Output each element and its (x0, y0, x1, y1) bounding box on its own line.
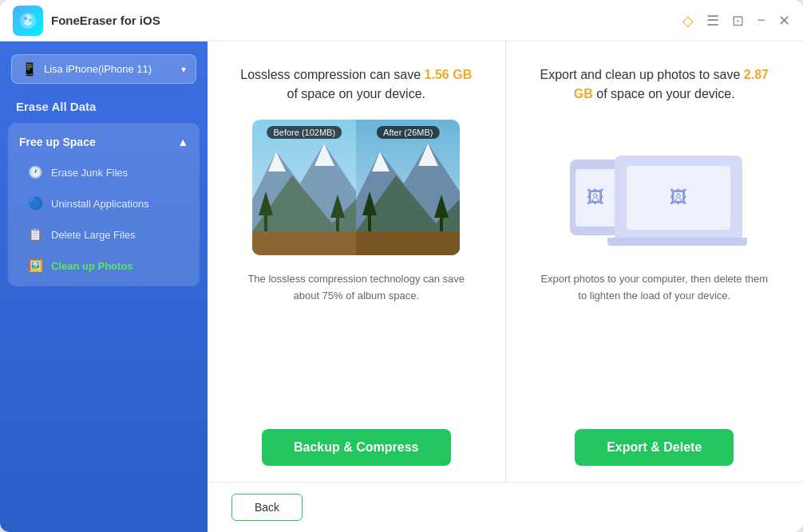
device-selector[interactable]: 📱 Lisa iPhone(iPhone 11) ▾ (11, 54, 196, 84)
laptop-photo-icon: 🖼 (670, 187, 687, 208)
app-logo (13, 6, 43, 36)
export-description: Export photos to your computer, then del… (538, 271, 772, 305)
collapse-icon: ▲ (177, 136, 188, 148)
window-controls: ◇ ☰ ⊡ − ✕ (682, 12, 790, 30)
export-panel: Export and clean up photos to save 2.87 … (506, 41, 804, 482)
laptop-base (607, 238, 747, 246)
sidebar-item-uninstall-label: Uninstall Applications (51, 198, 149, 210)
sidebar-item-delete-large[interactable]: 📋 Delete Large Files (13, 219, 195, 250)
sidebar-item-cleanup-photos-label: Clean up Photos (51, 260, 133, 272)
uninstall-icon: 🔵 (27, 195, 43, 211)
close-icon[interactable]: ✕ (778, 12, 790, 30)
sidebar-item-erase-junk[interactable]: 🕐 Erase Junk Files (13, 157, 195, 187)
sidebar: 📱 Lisa iPhone(iPhone 11) ▾ Erase All Dat… (0, 41, 208, 532)
phone-icon: 📱 (22, 61, 38, 77)
sidebar-item-uninstall[interactable]: 🔵 Uninstall Applications (13, 188, 195, 219)
svg-point-2 (24, 17, 27, 20)
export-title: Export and clean up photos to save 2.87 … (538, 65, 772, 104)
sidebar-item-erase-junk-label: Erase Junk Files (51, 167, 128, 179)
free-up-space-group: Free up Space ▲ 🕐 Erase Junk Files 🔵 Uni… (8, 123, 200, 286)
main-layout: 📱 Lisa iPhone(iPhone 11) ▾ Erase All Dat… (0, 41, 803, 532)
export-delete-button[interactable]: Export & Delete (575, 429, 734, 466)
chat-icon[interactable]: ⊡ (732, 12, 744, 30)
chevron-down-icon: ▾ (181, 64, 186, 75)
sidebar-item-cleanup-photos[interactable]: 🖼️ Clean up Photos (13, 250, 195, 281)
phone-screen: 🖼 (576, 169, 615, 227)
laptop-screen: 🖼 (627, 166, 730, 230)
minimize-icon[interactable]: − (757, 12, 765, 29)
svg-rect-9 (252, 231, 356, 255)
export-title-before: Export and clean up photos to save (540, 68, 744, 81)
erase-all-data-label: Erase All Data (0, 100, 208, 123)
compress-title-after: of space on your device. (287, 87, 425, 100)
compress-panel: Lossless compression can save 1.56 GB of… (208, 41, 506, 482)
laptop-illustration: 🖼 (615, 156, 742, 239)
compress-space-highlight: 1.56 GB (425, 68, 473, 81)
cleanup-photos-icon: 🖼️ (27, 258, 43, 274)
premium-icon[interactable]: ◇ (682, 12, 694, 30)
compress-title: Lossless compression can save 1.56 GB of… (239, 65, 473, 104)
after-label: After (26MB) (377, 126, 439, 139)
content-area: Lossless compression can save 1.56 GB of… (208, 41, 803, 532)
delete-large-icon: 📋 (27, 227, 43, 242)
compress-title-before: Lossless compression can save (240, 68, 424, 81)
app-title: FoneEraser for iOS (51, 14, 682, 27)
titlebar: FoneEraser for iOS ◇ ☰ ⊡ − ✕ (0, 0, 803, 41)
export-illustration: 🖼 → 🖼 (559, 120, 750, 255)
device-name: Lisa iPhone(iPhone 11) (44, 63, 175, 75)
compress-description: The lossless compression technology can … (239, 271, 473, 305)
export-title-after: of space on your device. (593, 87, 735, 100)
before-image: Before (102MB) (252, 120, 356, 255)
backup-compress-button[interactable]: Backup & Compress (262, 429, 451, 466)
before-label: Before (102MB) (267, 126, 342, 139)
app-window: FoneEraser for iOS ◇ ☰ ⊡ − ✕ 📱 Lisa iPho… (0, 0, 803, 532)
back-button[interactable]: Back (231, 494, 303, 521)
svg-point-3 (30, 18, 32, 21)
erase-junk-icon: 🕐 (27, 164, 43, 180)
photo-icon: 🖼 (587, 187, 604, 208)
bottom-bar: Back (208, 482, 803, 532)
after-image: After (26MB) (356, 120, 460, 255)
free-up-space-header[interactable]: Free up Space ▲ (8, 128, 200, 156)
free-up-space-label: Free up Space (19, 136, 96, 148)
menu-icon[interactable]: ☰ (706, 12, 719, 30)
comparison-image: Before (102MB) (252, 120, 460, 255)
svg-rect-19 (356, 231, 460, 255)
sidebar-item-delete-large-label: Delete Large Files (51, 229, 136, 241)
content-panels: Lossless compression can save 1.56 GB of… (208, 41, 803, 482)
